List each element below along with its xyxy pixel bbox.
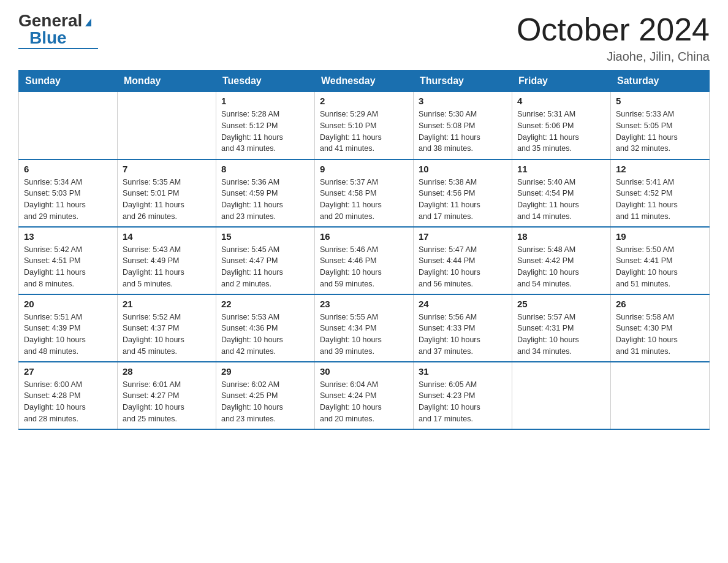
calendar-cell: 15Sunrise: 5:45 AM Sunset: 4:47 PM Dayli… xyxy=(216,227,315,294)
day-info: Sunrise: 5:41 AM Sunset: 4:52 PM Dayligh… xyxy=(616,177,704,223)
calendar-cell: 21Sunrise: 5:52 AM Sunset: 4:37 PM Dayli… xyxy=(118,294,216,362)
day-number: 8 xyxy=(221,164,309,174)
calendar-cell: 3Sunrise: 5:30 AM Sunset: 5:08 PM Daylig… xyxy=(414,92,512,159)
day-info: Sunrise: 5:46 AM Sunset: 4:46 PM Dayligh… xyxy=(320,244,408,290)
calendar-week-row: 27Sunrise: 6:00 AM Sunset: 4:28 PM Dayli… xyxy=(19,362,710,429)
day-number: 18 xyxy=(517,231,605,242)
calendar-cell: 4Sunrise: 5:31 AM Sunset: 5:06 PM Daylig… xyxy=(512,92,611,159)
day-number: 14 xyxy=(123,231,211,242)
day-info: Sunrise: 5:29 AM Sunset: 5:10 PM Dayligh… xyxy=(320,109,408,155)
day-info: Sunrise: 5:55 AM Sunset: 4:34 PM Dayligh… xyxy=(320,312,408,358)
day-number: 10 xyxy=(419,164,507,174)
calendar-cell: 25Sunrise: 5:57 AM Sunset: 4:31 PM Dayli… xyxy=(512,294,611,362)
day-info: Sunrise: 5:47 AM Sunset: 4:44 PM Dayligh… xyxy=(419,244,507,290)
day-number: 26 xyxy=(616,299,704,309)
calendar-cell: 23Sunrise: 5:55 AM Sunset: 4:34 PM Dayli… xyxy=(315,294,414,362)
calendar-cell xyxy=(19,92,118,159)
day-number: 31 xyxy=(419,366,507,377)
day-info: Sunrise: 5:45 AM Sunset: 4:47 PM Dayligh… xyxy=(221,244,309,290)
calendar-week-row: 13Sunrise: 5:42 AM Sunset: 4:51 PM Dayli… xyxy=(19,227,710,294)
calendar-cell: 22Sunrise: 5:53 AM Sunset: 4:36 PM Dayli… xyxy=(216,294,315,362)
day-info: Sunrise: 5:38 AM Sunset: 4:56 PM Dayligh… xyxy=(419,177,507,223)
logo-arrow-icon xyxy=(85,18,91,26)
calendar-cell: 6Sunrise: 5:34 AM Sunset: 5:03 PM Daylig… xyxy=(19,159,118,227)
day-info: Sunrise: 6:05 AM Sunset: 4:23 PM Dayligh… xyxy=(419,379,507,425)
day-number: 28 xyxy=(123,366,211,377)
day-number: 17 xyxy=(419,231,507,242)
calendar-week-row: 6Sunrise: 5:34 AM Sunset: 5:03 PM Daylig… xyxy=(19,159,710,227)
calendar-cell: 7Sunrise: 5:35 AM Sunset: 5:01 PM Daylig… xyxy=(118,159,216,227)
day-number: 11 xyxy=(517,164,605,174)
day-number: 12 xyxy=(616,164,704,174)
day-info: Sunrise: 5:36 AM Sunset: 4:59 PM Dayligh… xyxy=(221,177,309,223)
day-number: 15 xyxy=(221,231,309,242)
logo: General Blue xyxy=(18,12,98,49)
day-info: Sunrise: 5:58 AM Sunset: 4:30 PM Dayligh… xyxy=(616,312,704,358)
day-number: 22 xyxy=(221,299,309,309)
logo-line xyxy=(18,48,98,49)
day-number: 27 xyxy=(24,366,112,377)
day-info: Sunrise: 5:48 AM Sunset: 4:42 PM Dayligh… xyxy=(517,244,605,290)
calendar-cell: 9Sunrise: 5:37 AM Sunset: 4:58 PM Daylig… xyxy=(315,159,414,227)
day-number: 6 xyxy=(24,164,112,174)
day-number: 5 xyxy=(616,96,704,106)
calendar-cell: 16Sunrise: 5:46 AM Sunset: 4:46 PM Dayli… xyxy=(315,227,414,294)
calendar-cell xyxy=(512,362,611,429)
day-info: Sunrise: 5:53 AM Sunset: 4:36 PM Dayligh… xyxy=(221,312,309,358)
day-number: 4 xyxy=(517,96,605,106)
calendar-header-saturday: Saturday xyxy=(611,71,710,92)
calendar-cell: 1Sunrise: 5:28 AM Sunset: 5:12 PM Daylig… xyxy=(216,92,315,159)
day-info: Sunrise: 5:30 AM Sunset: 5:08 PM Dayligh… xyxy=(419,109,507,155)
calendar-cell: 31Sunrise: 6:05 AM Sunset: 4:23 PM Dayli… xyxy=(414,362,512,429)
calendar-cell: 30Sunrise: 6:04 AM Sunset: 4:24 PM Dayli… xyxy=(315,362,414,429)
calendar-cell: 20Sunrise: 5:51 AM Sunset: 4:39 PM Dayli… xyxy=(19,294,118,362)
calendar-header-monday: Monday xyxy=(118,71,216,92)
calendar-cell: 27Sunrise: 6:00 AM Sunset: 4:28 PM Dayli… xyxy=(19,362,118,429)
day-info: Sunrise: 5:52 AM Sunset: 4:37 PM Dayligh… xyxy=(123,312,211,358)
day-info: Sunrise: 5:56 AM Sunset: 4:33 PM Dayligh… xyxy=(419,312,507,358)
day-info: Sunrise: 5:50 AM Sunset: 4:41 PM Dayligh… xyxy=(616,244,704,290)
calendar-cell: 18Sunrise: 5:48 AM Sunset: 4:42 PM Dayli… xyxy=(512,227,611,294)
day-number: 24 xyxy=(419,299,507,309)
day-number: 19 xyxy=(616,231,704,242)
day-number: 29 xyxy=(221,366,309,377)
calendar-header-tuesday: Tuesday xyxy=(216,71,315,92)
page-header: General Blue October 2024 Jiaohe, Jilin,… xyxy=(18,12,710,64)
day-number: 1 xyxy=(221,96,309,106)
calendar-cell: 28Sunrise: 6:01 AM Sunset: 4:27 PM Dayli… xyxy=(118,362,216,429)
location: Jiaohe, Jilin, China xyxy=(517,50,710,64)
calendar-header-thursday: Thursday xyxy=(414,71,512,92)
calendar-cell: 13Sunrise: 5:42 AM Sunset: 4:51 PM Dayli… xyxy=(19,227,118,294)
day-info: Sunrise: 5:33 AM Sunset: 5:05 PM Dayligh… xyxy=(616,109,704,155)
day-number: 25 xyxy=(517,299,605,309)
calendar-cell: 2Sunrise: 5:29 AM Sunset: 5:10 PM Daylig… xyxy=(315,92,414,159)
day-number: 13 xyxy=(24,231,112,242)
day-info: Sunrise: 6:01 AM Sunset: 4:27 PM Dayligh… xyxy=(123,379,211,425)
calendar-cell xyxy=(118,92,216,159)
calendar-week-row: 1Sunrise: 5:28 AM Sunset: 5:12 PM Daylig… xyxy=(19,92,710,159)
calendar-cell xyxy=(611,362,710,429)
calendar-cell: 17Sunrise: 5:47 AM Sunset: 4:44 PM Dayli… xyxy=(414,227,512,294)
logo-blue-text: Blue xyxy=(29,29,67,47)
calendar-cell: 12Sunrise: 5:41 AM Sunset: 4:52 PM Dayli… xyxy=(611,159,710,227)
calendar-week-row: 20Sunrise: 5:51 AM Sunset: 4:39 PM Dayli… xyxy=(19,294,710,362)
day-info: Sunrise: 6:00 AM Sunset: 4:28 PM Dayligh… xyxy=(24,379,112,425)
day-info: Sunrise: 6:02 AM Sunset: 4:25 PM Dayligh… xyxy=(221,379,309,425)
calendar-cell: 29Sunrise: 6:02 AM Sunset: 4:25 PM Dayli… xyxy=(216,362,315,429)
calendar-table: SundayMondayTuesdayWednesdayThursdayFrid… xyxy=(18,70,710,430)
calendar-cell: 14Sunrise: 5:43 AM Sunset: 4:49 PM Dayli… xyxy=(118,227,216,294)
title-block: October 2024 Jiaohe, Jilin, China xyxy=(517,12,710,64)
day-info: Sunrise: 5:51 AM Sunset: 4:39 PM Dayligh… xyxy=(24,312,112,358)
calendar-header-wednesday: Wednesday xyxy=(315,71,414,92)
calendar-header-sunday: Sunday xyxy=(19,71,118,92)
day-number: 3 xyxy=(419,96,507,106)
calendar-cell: 24Sunrise: 5:56 AM Sunset: 4:33 PM Dayli… xyxy=(414,294,512,362)
day-info: Sunrise: 5:34 AM Sunset: 5:03 PM Dayligh… xyxy=(24,177,112,223)
day-info: Sunrise: 5:43 AM Sunset: 4:49 PM Dayligh… xyxy=(123,244,211,290)
calendar-cell: 11Sunrise: 5:40 AM Sunset: 4:54 PM Dayli… xyxy=(512,159,611,227)
calendar-cell: 8Sunrise: 5:36 AM Sunset: 4:59 PM Daylig… xyxy=(216,159,315,227)
day-number: 16 xyxy=(320,231,408,242)
day-info: Sunrise: 6:04 AM Sunset: 4:24 PM Dayligh… xyxy=(320,379,408,425)
day-info: Sunrise: 5:40 AM Sunset: 4:54 PM Dayligh… xyxy=(517,177,605,223)
day-number: 7 xyxy=(123,164,211,174)
